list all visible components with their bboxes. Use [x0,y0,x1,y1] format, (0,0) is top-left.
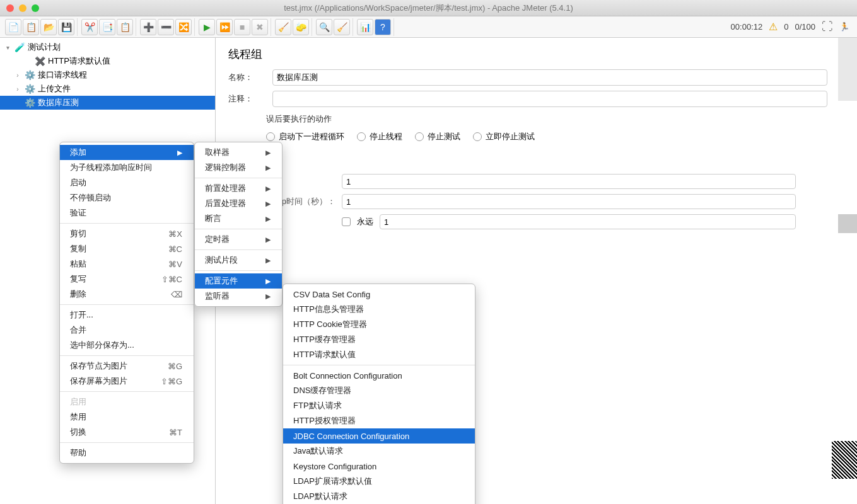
radio-stop-test[interactable]: 停止测试 [415,131,460,142]
collapse-button[interactable]: ➖ [158,19,174,35]
start-button[interactable]: ▶ [199,19,215,35]
close-window-button[interactable] [6,4,14,12]
function-helper-button[interactable]: 📊 [357,19,373,35]
menu-item[interactable]: 复写⇧⌘C [60,272,194,287]
menu-item[interactable]: CSV Data Set Config [283,287,475,302]
menu-item[interactable]: 为子线程添加响应时间 [60,160,194,175]
menu-item[interactable]: FTP默认请求 [283,398,475,413]
menu-separator [60,442,194,443]
menu-item[interactable]: 定时器▶ [195,232,282,247]
tree-item-upload[interactable]: › ⚙️ 上传文件 [0,82,215,96]
radio-stop-thread[interactable]: 停止线程 [357,131,402,142]
menu-item[interactable]: 监听器▶ [195,289,282,304]
menu-item[interactable]: 验证 [60,205,194,220]
fit-icon[interactable]: ⛶ [822,20,833,33]
new-button[interactable]: 📄 [5,19,21,35]
loop-input[interactable] [380,214,796,229]
clear-all-button[interactable]: 🧽 [293,19,309,35]
menu-item[interactable]: 选中部分保存为... [60,338,194,353]
radio-stop-now[interactable]: 立即停止测试 [473,131,535,142]
menu-item[interactable]: 复制⌘C [60,241,194,256]
menu-item[interactable]: 切换⌘T [60,425,194,440]
menu-item[interactable]: 粘贴⌘V [60,256,194,272]
threads-input[interactable] [342,174,796,189]
tree-item-label: HTTP请求默认值 [48,55,110,67]
menu-item[interactable]: HTTP信息头管理器 [283,302,475,317]
menu-item-label: 禁用 [70,411,86,423]
menu-item[interactable]: 帮助 [60,445,194,461]
reset-search-button[interactable]: 🧹 [334,19,350,35]
menu-item[interactable]: 保存节点为图片⌘G [60,358,194,374]
main-toolbar: 📄 📋 📂 💾 ✂️ 📑 📋 ➕ ➖ 🔀 ▶ ⏩ ■ ✖ 🧹 🧽 🔍 🧹 📊 ?… [0,16,857,38]
collapse-toggle-icon[interactable]: › [14,86,21,93]
collapse-toggle-icon[interactable]: › [14,72,21,79]
menu-item[interactable]: 打开... [60,307,194,323]
menu-item[interactable]: 添加▶ [60,145,194,160]
menu-item[interactable]: HTTP Cookie管理器 [283,317,475,332]
tree-item-http-defaults[interactable]: ✖️ HTTP请求默认值 [0,54,215,68]
menu-separator [195,178,282,178]
expand-button[interactable]: ➕ [140,19,156,35]
cut-button[interactable]: ✂️ [81,19,98,35]
menu-item[interactable]: 启动 [60,175,194,190]
menu-item[interactable]: 剪切⌘X [60,226,194,241]
copy-button[interactable]: 📑 [99,19,115,35]
menu-item[interactable]: 禁用 [60,410,194,425]
menu-item[interactable]: JDBC Connection Configuration [283,428,475,444]
help-button[interactable]: ? [375,19,391,35]
menu-item[interactable]: DNS缓存管理器 [283,383,475,398]
minimize-window-button[interactable] [19,4,26,12]
menu-separator [283,365,475,365]
menu-item[interactable]: 取样器▶ [195,145,282,160]
start-no-pause-button[interactable]: ⏩ [216,19,233,35]
shutdown-button[interactable]: ✖ [252,19,268,35]
runner-icon[interactable]: 🏃 [839,22,849,32]
menu-item[interactable]: 断言▶ [195,211,282,226]
menu-item[interactable]: Java默认请求 [283,444,475,459]
menu-item[interactable]: HTTP缓存管理器 [283,332,475,347]
name-input[interactable] [272,69,827,86]
menu-item[interactable]: 不停顿启动 [60,190,194,205]
tree-item-label: 上传文件 [38,83,71,94]
submenu-arrow-icon: ▶ [265,277,271,285]
maximize-window-button[interactable] [32,4,39,12]
save-button[interactable]: 💾 [58,19,74,35]
menu-item[interactable]: 保存屏幕为图片⇧⌘G [60,374,194,389]
comment-label: 注释： [228,93,266,105]
comment-input[interactable] [272,91,827,107]
menu-item[interactable]: 测试片段▶ [195,253,282,268]
menu-item[interactable]: HTTP授权管理器 [283,413,475,428]
menu-item[interactable]: Keystore Configuration [283,459,475,474]
radio-continue[interactable]: 启动下一进程循环 [266,131,344,142]
open-button[interactable]: 📂 [40,19,57,35]
stop-button[interactable]: ■ [234,19,250,35]
clear-button[interactable]: 🧹 [275,19,291,35]
menu-item[interactable]: LDAP默认请求 [283,489,475,504]
paste-button[interactable]: 📋 [117,19,133,35]
forever-checkbox[interactable] [342,217,351,226]
templates-button[interactable]: 📋 [23,19,39,35]
thread-count: 0/100 [795,22,815,32]
menu-item[interactable]: Bolt Connection Configuration [283,368,475,383]
menu-item[interactable]: 删除⌫ [60,287,194,302]
warning-icon[interactable]: ⚠ [769,21,778,33]
menu-item[interactable]: LDAP扩展请求默认值 [283,474,475,489]
gear-icon: ⚙️ [24,69,35,81]
menu-shortcut: ⌘X [168,229,182,239]
rampup-input[interactable] [342,194,796,209]
expand-toggle-icon[interactable]: ▾ [4,44,11,51]
menu-item[interactable]: 配置元件▶ [195,273,282,289]
toggle-button[interactable]: 🔀 [175,19,192,35]
menu-item[interactable]: 合并 [60,323,194,338]
menu-item[interactable]: 逻辑控制器▶ [195,160,282,175]
menu-item-label: 合并 [70,324,86,336]
tree-root[interactable]: ▾ 🧪 测试计划 [0,40,215,54]
tree-item-db-test[interactable]: ⚙️ 数据库压测 [0,96,215,110]
menu-item[interactable]: 后置处理器▶ [195,196,282,211]
search-button[interactable]: 🔍 [316,19,332,35]
menu-item[interactable]: HTTP请求默认值 [283,347,475,362]
menu-shortcut: ⌘V [168,260,182,269]
toolbar-status: 00:00:12 ⚠ 0 0/100 ⛶ 🏃 [731,20,854,33]
menu-item[interactable]: 前置处理器▶ [195,181,282,196]
tree-item-interface-threads[interactable]: › ⚙️ 接口请求线程 [0,68,215,82]
